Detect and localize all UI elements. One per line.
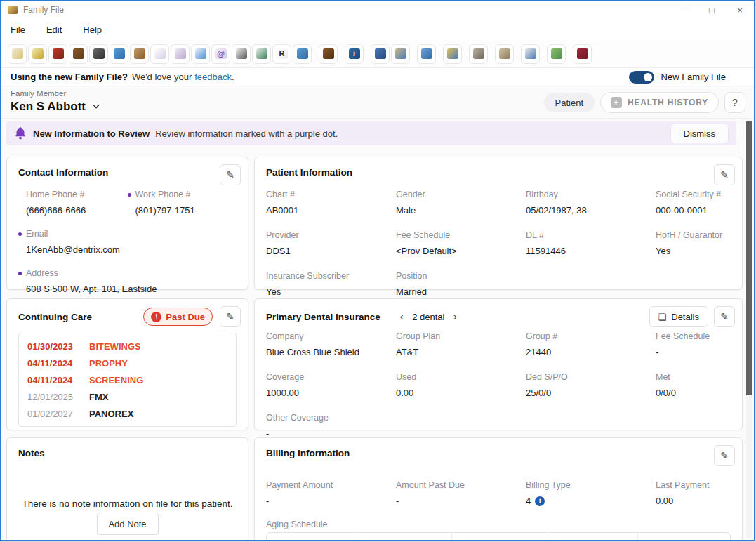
field-label: Provider: [266, 230, 396, 240]
office-manager-icon-glyph: [73, 48, 84, 59]
maximize-button[interactable]: □: [698, 1, 726, 19]
field-value: -: [656, 347, 731, 357]
chevron-right-icon[interactable]: ›: [451, 311, 458, 322]
health-history-button[interactable]: + HEALTH HISTORY: [600, 92, 719, 113]
details-button[interactable]: ❏ Details: [649, 306, 708, 327]
info-icon[interactable]: i: [535, 496, 545, 506]
send-message-icon[interactable]: [417, 44, 436, 64]
field-label: Other Coverage: [266, 413, 396, 423]
close-button[interactable]: ×: [726, 1, 754, 19]
care-date: 01/02/2027: [27, 409, 89, 419]
dentrix-hub-icon[interactable]: [573, 44, 592, 64]
insurance-title: Primary Dental Insurance: [266, 312, 380, 322]
menu-file[interactable]: File: [11, 25, 25, 35]
office-journal-icon-glyph: i: [349, 48, 360, 59]
quick-letters-icon-glyph: [297, 48, 308, 59]
notes-card: Notes There is no note information on fi…: [6, 437, 248, 540]
health-history-label: HEALTH HISTORY: [628, 98, 708, 107]
quick-letters-icon[interactable]: [293, 44, 312, 64]
perio-chart-icon[interactable]: [130, 44, 149, 64]
app-icon: [8, 6, 18, 14]
document-icon: ❏: [658, 312, 667, 322]
content-area: New Information to Review Review informa…: [1, 119, 754, 540]
chevron-left-icon[interactable]: ‹: [399, 311, 405, 322]
review-dot: [18, 272, 22, 275]
feedback-link[interactable]: feedback: [194, 72, 232, 82]
field-value: -: [396, 496, 526, 506]
help-button[interactable]: ?: [724, 92, 745, 113]
field-label: Used: [396, 372, 526, 382]
patient-referrals-icon[interactable]: [371, 44, 390, 64]
document-center-icon[interactable]: [319, 44, 338, 64]
home-phone-value: (666)666-6666: [18, 205, 128, 216]
treatment-requests-icon[interactable]: [521, 44, 540, 64]
list-item[interactable]: 01/30/2023BITEWINGS: [19, 338, 236, 355]
scrollbar-thumb[interactable]: [746, 121, 752, 395]
field-label: Gender: [396, 190, 526, 199]
edit-continuing-care-button[interactable]: ✎: [220, 306, 241, 327]
list-item[interactable]: 04/11/2024PROPHY: [19, 355, 236, 371]
appointment-book-icon[interactable]: [28, 44, 47, 64]
edit-insurance-button[interactable]: ✎: [714, 306, 735, 327]
past-due-badge: ! Past Due: [143, 308, 213, 326]
quick-scan-icon[interactable]: [469, 44, 488, 64]
field-value: Male: [396, 205, 526, 216]
document-center-icon-glyph: [323, 48, 334, 59]
field-label: Fee Schedule: [656, 331, 731, 341]
tooth-icon[interactable]: [8, 44, 27, 64]
patient-history-icon[interactable]: [191, 44, 210, 64]
billing-information-title: Billing Information: [266, 448, 350, 458]
menu-help[interactable]: Help: [83, 25, 102, 35]
field-label: Last Payment: [656, 480, 731, 490]
office-journal-icon[interactable]: i: [345, 44, 364, 64]
patient-export-icon[interactable]: [547, 44, 566, 64]
add-note-button[interactable]: Add Note: [96, 513, 158, 535]
ledger-icon[interactable]: [48, 44, 67, 64]
field-label: HofH / Guarantor: [656, 230, 731, 240]
patient-email-icon[interactable]: @: [211, 44, 230, 64]
aging-column-header: 31 → 60: [359, 533, 452, 540]
continuing-care-title: Continuing Care: [18, 312, 92, 322]
patient-alerts-icon-glyph: [175, 48, 186, 59]
minimize-button[interactable]: –: [670, 1, 698, 19]
select-patient-icon[interactable]: [150, 44, 169, 64]
edit-billing-button[interactable]: ✎: [714, 445, 735, 466]
feedback-period: .: [232, 72, 234, 82]
field-label: Payment Amount: [266, 480, 396, 490]
patient-selector-dropdown[interactable]: Ken S Abbott: [11, 100, 100, 114]
patient-picture-icon[interactable]: [495, 44, 514, 64]
toolbar: @Ri: [1, 40, 754, 68]
field-label: Group Plan: [396, 331, 526, 341]
vertical-scrollbar[interactable]: [746, 120, 752, 538]
treatment-planner-icon[interactable]: [110, 44, 128, 64]
patient-tab-button[interactable]: Patient: [544, 93, 595, 112]
edit-contact-button[interactable]: ✎: [220, 164, 241, 185]
update-patient-icon-glyph: [447, 48, 458, 59]
address-value: 608 S 500 W, Apt. 101, Eastside: [18, 284, 157, 294]
edit-patient-button[interactable]: ✎: [714, 164, 735, 185]
field-value: Blue Cross Blue Shield: [266, 347, 396, 357]
list-item[interactable]: 12/01/2025FMX: [19, 388, 236, 405]
patient-report-icon-glyph: [256, 48, 267, 59]
treatment-requests-icon-glyph: [525, 48, 536, 59]
new-family-file-toggle[interactable]: [629, 71, 654, 84]
update-patient-icon[interactable]: [443, 44, 462, 64]
alert-icon: !: [151, 312, 161, 322]
family-relations-icon[interactable]: [391, 44, 410, 64]
prescriptions-icon[interactable]: R: [272, 44, 291, 64]
questionnaires-icon[interactable]: [232, 44, 251, 64]
patient-alerts-icon[interactable]: [171, 44, 190, 64]
patient-chart-icon[interactable]: [89, 44, 108, 64]
patient-email-icon-glyph: @: [215, 48, 227, 59]
care-date: 01/30/2023: [27, 341, 89, 352]
bell-icon: [15, 127, 26, 140]
continuing-care-card: Continuing Care ! Past Due ✎ 01/30/2023B…: [6, 298, 248, 430]
office-manager-icon[interactable]: [69, 44, 88, 64]
patient-report-icon[interactable]: [252, 44, 271, 64]
field-label: Coverage: [266, 372, 396, 382]
chevron-down-icon: [92, 104, 100, 110]
dismiss-button[interactable]: Dismiss: [671, 124, 729, 143]
menu-edit[interactable]: Edit: [46, 25, 62, 35]
list-item[interactable]: 04/11/2024SCREENING: [19, 371, 236, 388]
list-item[interactable]: 01/02/2027PANOREX: [19, 405, 236, 422]
